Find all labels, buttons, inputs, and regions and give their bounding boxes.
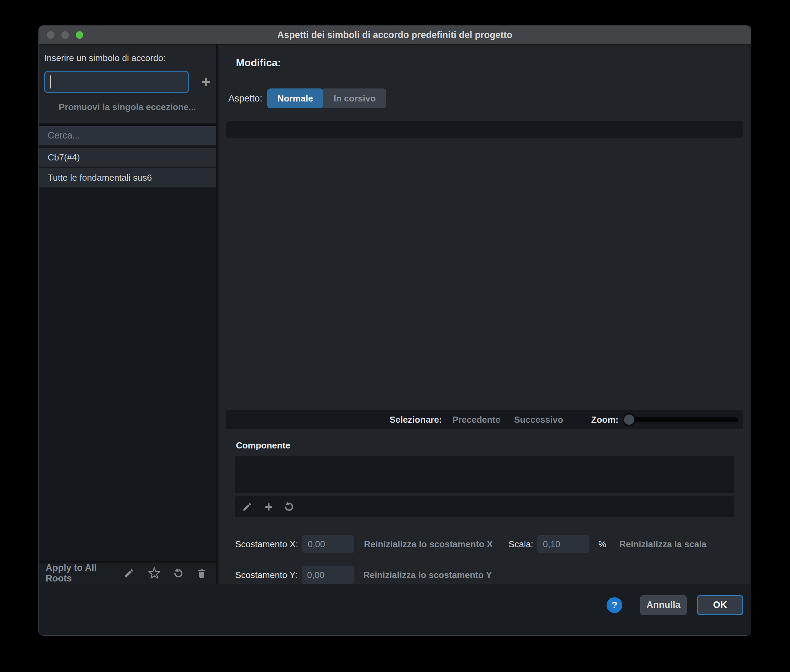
add-chord-button[interactable]: +: [201, 74, 211, 90]
panel-divider: [216, 45, 218, 584]
dialog-footer: ? Annulla OK: [39, 584, 751, 635]
list-item-label: Tutte le fondamentali sus6: [48, 173, 152, 183]
scale-input[interactable]: [537, 535, 589, 553]
offset-y-row: Scostamento Y: Reinizializza lo scostame…: [235, 566, 734, 584]
favorite-icon[interactable]: [148, 567, 160, 579]
sidebar: Inserire un simbolo di accordo: + Promuo…: [39, 45, 216, 584]
edit-heading: Modifica:: [236, 57, 743, 69]
next-button[interactable]: Successivo: [514, 414, 563, 425]
delete-icon[interactable]: [196, 568, 207, 579]
scale-label: Scala:: [509, 539, 533, 550]
chord-input-row: +: [44, 71, 211, 93]
list-item[interactable]: Tutte le fondamentali sus6: [39, 168, 216, 187]
trash-icon: [196, 568, 207, 579]
zoom-slider-track[interactable]: [629, 417, 738, 422]
list-item[interactable]: Cb7(#4): [39, 148, 216, 166]
sidebar-divider: [39, 123, 216, 126]
offset-x-row: Scostamento X: Reinizializza lo scostame…: [235, 535, 734, 553]
reset-scale-button[interactable]: Reinizializza la scala: [619, 539, 706, 550]
chord-list: Cb7(#4) Tutte le fondamentali sus6: [39, 146, 216, 561]
reset-component-icon[interactable]: [285, 502, 293, 511]
ok-button[interactable]: OK: [697, 595, 743, 615]
component-heading: Componente: [236, 440, 733, 451]
dialog-content: Inserire un simbolo di accordo: + Promuo…: [39, 45, 751, 584]
pencil-icon: [242, 502, 253, 512]
previous-button[interactable]: Precedente: [452, 414, 500, 425]
traffic-lights: [47, 26, 83, 44]
apply-all-roots-button[interactable]: Apply to All Roots: [46, 563, 108, 584]
edit-icon[interactable]: [123, 568, 134, 579]
chord-input-wrap: [44, 71, 189, 93]
offset-x-label: Scostamento X:: [235, 539, 298, 550]
editor-panel: Modifica: Aspetto: Normale In corsivo Se…: [218, 45, 751, 584]
cancel-button[interactable]: Annulla: [640, 595, 687, 615]
zoom-slider[interactable]: [623, 413, 738, 426]
segment-normale[interactable]: Normale: [267, 88, 323, 108]
chord-symbols-dialog: Aspetti dei simboli di accordo predefini…: [39, 26, 751, 635]
pencil-icon: [123, 568, 134, 579]
percent-label: %: [598, 539, 606, 550]
minimize-window-icon[interactable]: [61, 31, 69, 39]
star-icon: [148, 567, 160, 579]
component-list-box[interactable]: [235, 456, 734, 493]
offset-y-label: Scostamento Y:: [235, 570, 297, 581]
chord-input-label: Inserire un simbolo di accordo:: [44, 53, 211, 63]
text-caret: [50, 75, 51, 88]
undo-arrow-icon: [173, 568, 184, 579]
selector-bar: Selezionare: Precedente Successivo Zoom:: [226, 410, 743, 429]
help-button[interactable]: ?: [606, 597, 622, 613]
appearance-label: Aspetto:: [229, 93, 262, 104]
reset-offset-y-button[interactable]: Reinizializza lo scostamento Y: [363, 570, 492, 581]
reset-icon[interactable]: [174, 569, 182, 578]
list-item-label: Cb7(#4): [48, 152, 80, 163]
appearance-segmented-control: Normale In corsivo: [267, 88, 386, 108]
sidebar-top-section: Inserire un simbolo di accordo: + Promuo…: [39, 45, 216, 123]
titlebar: Aspetti dei simboli di accordo predefini…: [39, 26, 751, 45]
edit-component-icon[interactable]: [242, 502, 253, 512]
undo-arrow-icon: [283, 501, 295, 513]
chord-preview-area: [226, 138, 743, 410]
component-toolbar: +: [235, 496, 734, 517]
chord-symbol-input[interactable]: [44, 71, 189, 93]
apply-all-roots-bar: Apply to All Roots: [39, 561, 216, 584]
variant-strip: [226, 122, 743, 138]
appearance-row: Aspetto: Normale In corsivo: [229, 88, 743, 108]
zoom-slider-thumb[interactable]: [623, 413, 636, 426]
zoom-window-icon[interactable]: [76, 31, 83, 39]
select-label: Selezionare:: [390, 414, 442, 425]
offset-x-input[interactable]: [302, 535, 354, 553]
search-input[interactable]: [39, 126, 216, 146]
segment-in-corsivo[interactable]: In corsivo: [323, 88, 386, 108]
add-component-icon[interactable]: +: [265, 500, 273, 514]
promote-exception-link[interactable]: Promuovi la singola eccezione...: [44, 102, 211, 112]
zoom-label: Zoom:: [591, 414, 618, 425]
window-title: Aspetti dei simboli di accordo predefini…: [277, 30, 513, 40]
close-window-icon[interactable]: [47, 31, 54, 39]
offset-y-input[interactable]: [302, 566, 354, 584]
reset-offset-x-button[interactable]: Reinizializza lo scostamento X: [364, 539, 493, 550]
